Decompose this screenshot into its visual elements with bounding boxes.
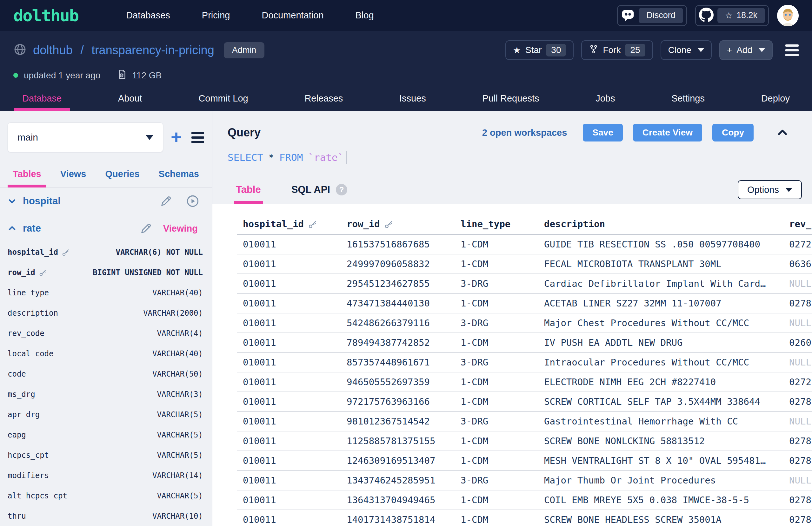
star-label: Star <box>525 45 541 55</box>
tab-pull-requests[interactable]: Pull Requests <box>474 86 548 111</box>
sidebar-tab-bar: Tables Views Queries Schemas <box>0 169 212 187</box>
table-item-hospital[interactable]: hospital <box>0 187 212 215</box>
save-button[interactable]: Save <box>583 124 623 141</box>
branch-selector[interactable]: main <box>8 122 163 152</box>
add-label: Add <box>737 45 752 55</box>
key-icon <box>39 268 47 277</box>
key-icon <box>62 248 70 256</box>
edit-pencil-icon[interactable] <box>140 222 153 235</box>
table-row[interactable]: 0100119465055526973591-CDMELECTRODE NIMH… <box>237 373 812 392</box>
key-icon <box>385 219 394 229</box>
table-row[interactable]: 01001111258857813751551-CDMSCREW BONE NO… <box>237 432 812 451</box>
table-row[interactable]: 0100119810123675145423-DRGGastrointestin… <box>237 412 812 432</box>
table-row[interactable]: 0100119721757639631661-CDMSCREW CORTICAL… <box>237 392 812 412</box>
tab-jobs[interactable]: Jobs <box>587 86 623 111</box>
database-sidebar: main + Tables Views Queries Schemas hosp… <box>0 111 212 526</box>
add-button[interactable]: + Add <box>719 40 773 60</box>
tab-schemas[interactable]: Schemas <box>159 169 199 187</box>
chevron-down-icon <box>698 48 704 52</box>
tab-about[interactable]: About <box>110 86 150 111</box>
tab-settings[interactable]: Settings <box>663 86 713 111</box>
copy-button[interactable]: Copy <box>712 124 754 141</box>
table-row[interactable]: 0100112499970960588321-CDMFECAL MICROBIO… <box>237 254 812 274</box>
table-row[interactable]: 01001114017314387518141-CDMSCREW BONE HE… <box>237 510 812 526</box>
table-row[interactable]: 0100117894943877428521-CDMIV PUSH EA ADD… <box>237 333 812 353</box>
github-icon <box>699 7 714 24</box>
schema-column-row: hcpcs_cptVARCHAR(5) <box>0 445 212 465</box>
dolthub-logo[interactable]: dolthub <box>13 6 78 25</box>
collapse-chevron-up-icon[interactable] <box>777 126 788 139</box>
repo-menu-icon[interactable] <box>785 44 799 56</box>
sql-keyword: FROM <box>279 152 303 163</box>
repo-header: dolthub / transparency-in-pricing Admin … <box>0 31 812 86</box>
tab-issues[interactable]: Issues <box>391 86 434 111</box>
tab-queries[interactable]: Queries <box>105 169 140 187</box>
chevron-down-icon[interactable] <box>8 197 16 206</box>
fork-label: Fork <box>603 45 621 55</box>
chevron-down-icon <box>759 48 765 52</box>
main-panel: Query 2 open workspaces Save Create View… <box>212 111 812 526</box>
clone-label: Clone <box>668 45 691 55</box>
schema-column-row: hospital_id VARCHAR(6) NOT NULL <box>0 242 212 262</box>
schema-column-row: local_codeVARCHAR(40) <box>0 344 212 364</box>
edit-pencil-icon[interactable] <box>160 195 172 208</box>
database-file-icon <box>117 69 128 82</box>
branch-name: main <box>17 132 38 143</box>
help-icon[interactable]: ? <box>336 184 347 195</box>
star-button[interactable]: ★ Star 30 <box>505 40 574 60</box>
create-view-button[interactable]: Create View <box>633 124 702 141</box>
tab-releases[interactable]: Releases <box>296 86 351 111</box>
table-name[interactable]: hospital <box>23 195 61 207</box>
chevron-down-icon <box>146 135 153 140</box>
tab-tables[interactable]: Tables <box>13 169 41 187</box>
results-table-header: hospital_id row_id line_type description… <box>237 214 812 235</box>
results-tab-bar: Table SQL API ? Options <box>212 180 812 204</box>
discord-button[interactable]: Discord <box>617 5 687 26</box>
schema-column-row: thruVARCHAR(10) <box>0 506 212 526</box>
table-row[interactable]: 01001113643137049494651-CDMCOIL EMB MREY… <box>237 491 812 510</box>
table-name[interactable]: rate <box>23 223 41 234</box>
schema-column-row: apr_drgVARCHAR(5) <box>0 405 212 425</box>
table-row[interactable]: 0100118573574489616713-DRGIntraocular Pr… <box>237 353 812 373</box>
branch-menu-icon[interactable] <box>191 132 204 143</box>
table-row[interactable]: 0100114734713844401301-CDMACETAB LINER S… <box>237 294 812 313</box>
tab-database[interactable]: Database <box>14 86 70 111</box>
repo-tab-bar: Database About Commit Log Releases Issue… <box>0 86 812 111</box>
chevron-up-icon[interactable] <box>8 224 16 233</box>
open-workspaces-link[interactable]: 2 open workspaces <box>482 127 567 138</box>
admin-badge: Admin <box>224 42 265 58</box>
schema-columns-list: hospital_id VARCHAR(6) NOT NULL row_id B… <box>0 242 212 526</box>
tab-deploy[interactable]: Deploy <box>753 86 798 111</box>
nav-link-documentation[interactable]: Documentation <box>262 10 323 20</box>
viewing-badge: Viewing <box>163 223 198 234</box>
star-count: 30 <box>546 44 566 57</box>
repo-owner-link[interactable]: dolthub <box>33 43 73 57</box>
repo-name-link[interactable]: transparency-in-pricing <box>91 43 214 57</box>
chevron-down-icon <box>785 188 792 192</box>
fork-button[interactable]: Fork 25 <box>581 40 653 60</box>
key-icon <box>308 219 318 229</box>
options-button[interactable]: Options <box>738 180 802 199</box>
sql-keyword: SELECT <box>228 152 263 163</box>
nav-link-pricing[interactable]: Pricing <box>202 10 230 20</box>
nav-link-databases[interactable]: Databases <box>126 10 170 20</box>
table-row[interactable]: 01001113437462452859513-DRGMajor Thumb O… <box>237 471 812 491</box>
nav-link-blog[interactable]: Blog <box>356 10 374 20</box>
sql-query-editor[interactable]: SELECT * FROM `rate` <box>228 151 797 164</box>
github-button[interactable]: ☆ 18.2k <box>695 5 769 26</box>
status-dot <box>13 73 18 78</box>
play-circle-icon[interactable] <box>186 194 200 208</box>
new-branch-icon[interactable]: + <box>171 128 182 147</box>
table-row[interactable]: 0100111615375168676851-CDMGUIDE TIB RESE… <box>237 235 812 254</box>
tab-sql-api[interactable]: SQL API ? <box>291 184 347 204</box>
table-row[interactable]: 01001112463091695134071-CDMMESH VENTRALI… <box>237 451 812 471</box>
user-avatar[interactable] <box>777 5 799 26</box>
table-item-rate[interactable]: rate Viewing <box>0 215 212 242</box>
options-label: Options <box>747 185 779 195</box>
tab-commit-log[interactable]: Commit Log <box>190 86 256 111</box>
tab-views[interactable]: Views <box>60 169 86 187</box>
clone-button[interactable]: Clone <box>661 40 712 60</box>
tab-table[interactable]: Table <box>236 184 261 204</box>
table-row[interactable]: 0100112954512346278553-DRGCardiac Defibr… <box>237 274 812 294</box>
table-row[interactable]: 0100115424862663791163-DRGMajor Chest Pr… <box>237 313 812 333</box>
